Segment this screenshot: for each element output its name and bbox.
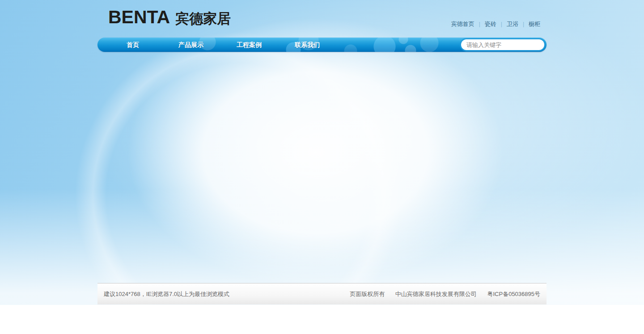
top-link-cabinet[interactable]: 橱柜 [524,20,545,28]
content-area [97,52,547,283]
search-input[interactable] [461,39,544,50]
top-link-benta-home[interactable]: 宾德首页 [447,20,479,28]
top-link-tiles[interactable]: 瓷砖 [480,20,501,28]
top-links: 宾德首页 | 瓷砖 | 卫浴 | 橱柜 [447,20,545,28]
header: BENTA 宾德家居 宾德首页 | 瓷砖 | 卫浴 | 橱柜 [97,0,547,38]
footer-icp-number: 粤ICP备05036895号 [487,291,540,297]
top-link-bathroom[interactable]: 卫浴 [502,20,523,28]
nav-item-home[interactable]: 首页 [104,38,162,52]
nav-item-contact[interactable]: 联系我们 [278,38,336,52]
logo-text-cn: 宾德家居 [175,12,231,25]
footer-company-name: 中山宾德家居科技发展有限公司 [395,291,477,297]
logo-text-en: BENTA [108,8,170,26]
page-wrapper: BENTA 宾德家居 宾德首页 | 瓷砖 | 卫浴 | 橱柜 首页 产品展示 工… [97,0,547,304]
nav-item-projects[interactable]: 工程案例 [220,38,278,52]
logo[interactable]: BENTA 宾德家居 [108,8,231,26]
footer-copyright-label: 页面版权所有 [350,291,385,297]
footer: 建议1024*768，IE浏览器7.0以上为最佳浏览模式 页面版权所有 中山宾德… [97,283,547,304]
footer-copyright-block: 页面版权所有 中山宾德家居科技发展有限公司 粤ICP备05036895号 [341,290,540,298]
nav-item-products[interactable]: 产品展示 [162,38,220,52]
page-background: BENTA 宾德家居 宾德首页 | 瓷砖 | 卫浴 | 橱柜 首页 产品展示 工… [0,0,644,305]
search-box [461,39,544,50]
main-nav-bar: 首页 产品展示 工程案例 联系我们 [97,38,547,52]
footer-browser-note: 建议1024*768，IE浏览器7.0以上为最佳浏览模式 [104,290,229,298]
